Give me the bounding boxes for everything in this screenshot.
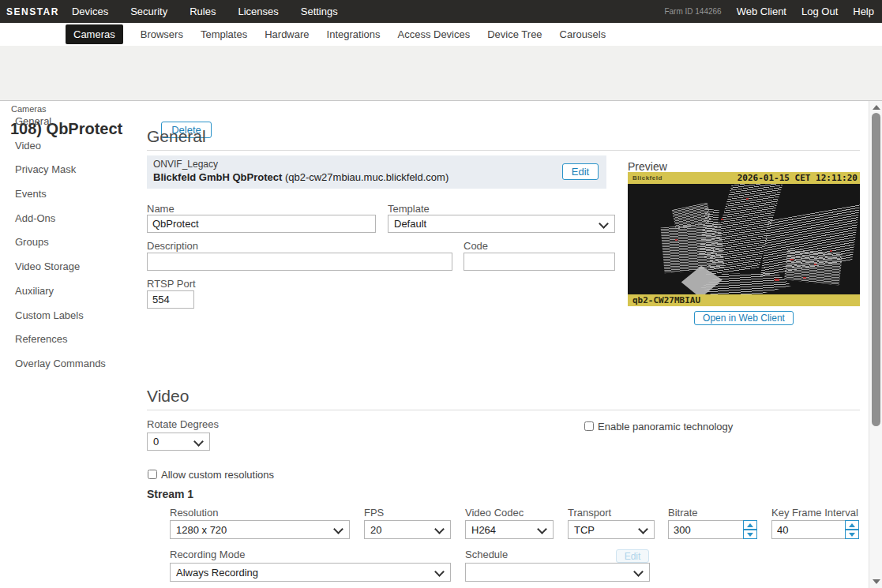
tab-browsers[interactable]: Browsers (141, 28, 183, 40)
code-label: Code (464, 240, 488, 252)
driver-type-label: ONVIF_Legacy (153, 159, 218, 170)
bitrate-label: Bitrate (668, 507, 698, 519)
bitrate-stepper (743, 520, 757, 539)
open-in-web-client-button[interactable]: Open in Web Client (694, 311, 794, 325)
bitrate-step-down-button[interactable] (743, 530, 757, 539)
sidebar-item-custom-labels[interactable]: Custom Labels (0, 304, 146, 328)
kfi-step-down-button[interactable] (845, 530, 859, 539)
device-identity: Blickfeld GmbH QbProtect (qb2-cw27mbiau.… (153, 171, 449, 183)
rtsp-port-label: RTSP Port (147, 278, 196, 290)
video-section-heading: Video (147, 387, 189, 406)
sidebar-item-groups[interactable]: Groups (0, 230, 146, 255)
tab-integrations[interactable]: Integrations (327, 28, 381, 40)
menu-licenses[interactable]: Licenses (238, 6, 278, 17)
description-label: Description (147, 240, 198, 252)
help-link[interactable]: Help (853, 6, 874, 17)
bitrate-input[interactable] (668, 520, 744, 539)
blickfeld-logo: Blickfeld (632, 174, 662, 182)
sidebar-item-add-ons[interactable]: Add-Ons (0, 207, 146, 231)
transport-select[interactable]: TCP (568, 520, 655, 539)
scrollbar-down-arrow-icon[interactable] (873, 579, 880, 584)
farm-id-label: Farm ID 144266 (664, 7, 721, 16)
edit-driver-button[interactable]: Edit (562, 163, 599, 180)
key-frame-interval-input[interactable] (771, 520, 846, 539)
log-out-link[interactable]: Log Out (801, 6, 838, 17)
camera-preview[interactable]: Blickfeld 2026-01-15 CET 12:11:20 qb2-CW… (628, 172, 860, 306)
devices-subnav: Cameras Browsers Templates Hardware Inte… (0, 23, 882, 46)
allow-custom-resolutions-checkbox[interactable] (148, 470, 157, 479)
sidebar-item-privacy-mask[interactable]: Privacy Mask (0, 158, 146, 182)
resolution-select[interactable]: 1280 x 720 (170, 520, 350, 539)
video-codec-select[interactable]: H264 (465, 520, 554, 539)
general-section-heading: General (147, 127, 206, 146)
key-frame-interval-label: Key Frame Interval (771, 507, 858, 519)
point-cloud-image (628, 184, 860, 294)
tab-hardware[interactable]: Hardware (265, 28, 309, 40)
sidebar-item-events[interactable]: Events (0, 182, 146, 207)
schedule-edit-button: Edit (616, 549, 649, 563)
video-codec-label: Video Codec (465, 507, 524, 519)
recording-mode-select[interactable]: Always Recording (170, 563, 451, 582)
tab-templates[interactable]: Templates (201, 28, 247, 40)
transport-label: Transport (568, 507, 611, 519)
allow-custom-resolutions-label[interactable]: Allow custom resolutions (161, 469, 274, 481)
enable-panoramic-label[interactable]: Enable panoramic technology (598, 421, 733, 433)
scrollbar-up-arrow-icon[interactable] (873, 105, 880, 110)
tab-device-tree[interactable]: Device Tree (487, 28, 542, 40)
menu-settings[interactable]: Settings (301, 6, 338, 17)
tab-access-devices[interactable]: Access Devices (397, 28, 470, 40)
preview-timestamp: 2026-01-15 CET 12:11:20 (738, 173, 858, 183)
top-menu: Devices Security Rules Licenses Settings (72, 6, 338, 17)
tab-carousels[interactable]: Carousels (560, 28, 606, 40)
bitrate-step-up-button[interactable] (743, 520, 757, 530)
sidebar-item-video[interactable]: Video (0, 134, 146, 159)
template-select[interactable]: Default (388, 215, 615, 233)
sidebar-item-auxiliary[interactable]: Auxiliary (0, 279, 146, 304)
template-label: Template (388, 203, 430, 215)
page-header: Cameras 108) QbProtect Delete (0, 46, 882, 101)
code-input[interactable] (464, 253, 615, 271)
preview-overlay-bottom: qb2-CW27MBIAU (628, 294, 860, 306)
fps-select[interactable]: 20 (364, 520, 451, 539)
tab-cameras[interactable]: Cameras (66, 24, 123, 44)
rtsp-port-input[interactable] (147, 290, 194, 309)
preview-overlay-top: Blickfeld 2026-01-15 CET 12:11:20 (628, 172, 860, 184)
device-hostname: (qb2-cw27mbiau.muc.blickfeld.com) (285, 171, 449, 183)
page: SENSTAR Devices Security Rules Licenses … (0, 0, 882, 588)
sidebar-item-general[interactable]: General (0, 110, 146, 134)
description-input[interactable] (147, 253, 452, 271)
video-section-divider (147, 410, 860, 410)
rotate-degrees-label: Rotate Degrees (147, 418, 219, 430)
general-section-divider (147, 150, 860, 151)
name-input[interactable] (147, 215, 376, 233)
fps-label: FPS (364, 507, 384, 519)
rotate-degrees-select[interactable]: 0 (147, 433, 210, 451)
schedule-select[interactable] (465, 563, 650, 582)
key-frame-interval-stepper (845, 520, 859, 539)
device-model: Blickfeld GmbH QbProtect (153, 171, 282, 183)
resolution-label: Resolution (170, 507, 218, 519)
schedule-label: Schedule (465, 549, 508, 560)
vertical-scrollbar[interactable] (869, 101, 882, 588)
recording-mode-label: Recording Mode (170, 549, 245, 560)
web-client-link[interactable]: Web Client (737, 6, 786, 17)
menu-rules[interactable]: Rules (190, 6, 216, 17)
senstar-logo: SENSTAR (6, 6, 59, 17)
menu-security[interactable]: Security (130, 6, 167, 17)
menu-devices[interactable]: Devices (72, 6, 108, 17)
sidebar-item-references[interactable]: References (0, 328, 146, 352)
name-label: Name (147, 203, 175, 215)
top-nav-bar: SENSTAR Devices Security Rules Licenses … (0, 0, 882, 23)
preview-label: Preview (628, 160, 667, 173)
settings-sidebar: General Video Privacy Mask Events Add-On… (0, 110, 146, 376)
sidebar-item-overlay-commands[interactable]: Overlay Commands (0, 352, 146, 376)
top-right-group: Farm ID 144266 Web Client Log Out Help (664, 6, 874, 17)
sidebar-item-video-storage[interactable]: Video Storage (0, 255, 146, 279)
scrollbar-thumb[interactable] (872, 113, 880, 426)
stream-1-heading: Stream 1 (147, 488, 193, 500)
kfi-step-up-button[interactable] (845, 520, 859, 530)
device-driver-infobox: ONVIF_Legacy Blickfeld GmbH QbProtect (q… (147, 155, 606, 189)
preview-camera-id: qb2-CW27MBIAU (632, 295, 700, 305)
enable-panoramic-checkbox[interactable] (584, 421, 594, 431)
